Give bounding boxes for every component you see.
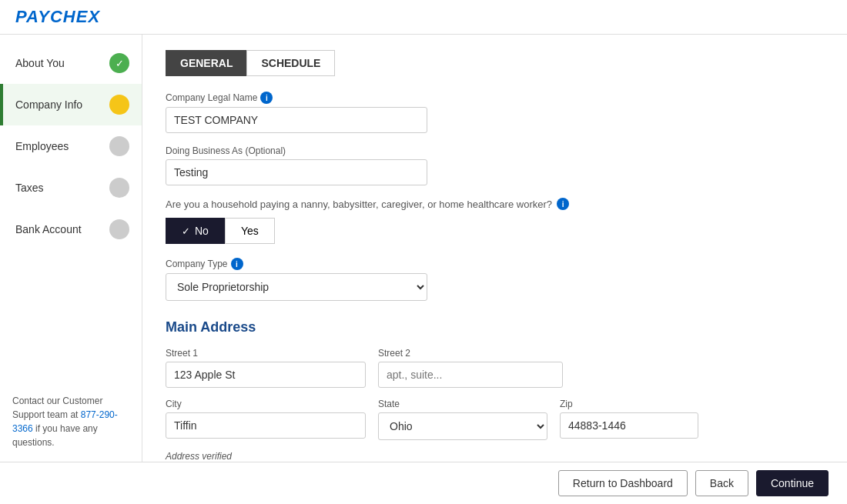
taxes-status-icon	[109, 178, 129, 198]
tabs: GENERAL SCHEDULE	[166, 50, 824, 76]
no-check-icon	[182, 225, 190, 237]
dba-input[interactable]	[166, 159, 427, 185]
state-select[interactable]: AlabamaAlaskaArizonaArkansasCaliforniaCo…	[378, 412, 547, 440]
continue-button[interactable]: Continue	[756, 470, 829, 496]
about-you-status-icon: ✓	[109, 53, 129, 73]
street2-label: Street 2	[378, 348, 563, 359]
address-verified-text: Address verified	[166, 451, 824, 462]
street2-group: Street 2	[378, 348, 563, 388]
address-city-state-zip-row: City State AlabamaAlaskaArizonaArkansasC…	[166, 399, 824, 440]
tab-general[interactable]: GENERAL	[166, 50, 246, 76]
company-type-select[interactable]: Sole ProprietorshipPartnershipCorporatio…	[166, 273, 427, 301]
paychex-logo: PAYCHEX	[15, 7, 100, 27]
yes-button[interactable]: Yes	[225, 218, 275, 244]
sidebar-support: Contact our Customer Support team at 877…	[0, 382, 142, 462]
street1-label: Street 1	[166, 348, 366, 359]
city-input[interactable]	[166, 412, 366, 439]
employees-status-icon	[109, 136, 129, 156]
dba-group: Doing Business As (Optional)	[166, 145, 427, 185]
company-legal-name-label: Company Legal Name i	[166, 92, 427, 104]
company-type-label: Company Type i	[166, 258, 427, 270]
street1-input[interactable]	[166, 362, 366, 388]
sidebar-item-taxes[interactable]: Taxes	[0, 167, 142, 209]
bank-account-status-icon	[109, 219, 129, 239]
sidebar-item-label-employees: Employees	[15, 140, 109, 152]
household-info-icon[interactable]: i	[557, 198, 569, 210]
sidebar-item-employees[interactable]: Employees	[0, 125, 142, 167]
city-label: City	[166, 399, 366, 409]
state-label: State	[378, 399, 547, 409]
main-content: GENERAL SCHEDULE Company Legal Name i Do…	[142, 35, 847, 462]
zip-label: Zip	[560, 399, 698, 409]
street1-group: Street 1	[166, 348, 366, 388]
household-question: Are you a household paying a nanny, baby…	[166, 198, 824, 210]
address-street-row: Street 1 Street 2	[166, 348, 824, 388]
sidebar-item-label-taxes: Taxes	[15, 182, 109, 194]
sidebar-item-company-info[interactable]: Company Info	[0, 84, 142, 125]
company-info-status-icon	[109, 95, 129, 115]
company-type-group: Company Type i Sole ProprietorshipPartne…	[166, 258, 427, 301]
zip-input[interactable]	[560, 412, 698, 439]
dba-label: Doing Business As (Optional)	[166, 145, 427, 156]
sidebar-item-about-you[interactable]: About You ✓	[0, 42, 142, 84]
company-type-info-icon[interactable]: i	[231, 258, 243, 270]
company-legal-name-info-icon[interactable]: i	[260, 92, 273, 104]
sidebar-item-label-bank-account: Bank Account	[15, 223, 109, 235]
tab-schedule[interactable]: SCHEDULE	[246, 50, 335, 76]
state-group: State AlabamaAlaskaArizonaArkansasCalifo…	[378, 399, 547, 440]
household-toggle-group: No Yes	[166, 218, 824, 244]
sidebar-nav: About You ✓ Company Info Employees Taxes…	[0, 35, 142, 250]
return-dashboard-button[interactable]: Return to Dashboard	[558, 470, 688, 496]
zip-group: Zip	[560, 399, 698, 440]
sidebar: About You ✓ Company Info Employees Taxes…	[0, 35, 142, 462]
company-legal-name-input[interactable]	[166, 107, 427, 133]
sidebar-item-bank-account[interactable]: Bank Account	[0, 209, 142, 250]
company-legal-name-group: Company Legal Name i	[166, 92, 427, 133]
footer: Return to Dashboard Back Continue	[0, 462, 847, 504]
sidebar-item-label-company-info: Company Info	[15, 98, 109, 111]
back-button[interactable]: Back	[695, 470, 748, 496]
city-group: City	[166, 399, 366, 440]
no-button[interactable]: No	[166, 218, 225, 244]
main-address-title: Main Address	[166, 319, 824, 335]
street2-input[interactable]	[378, 362, 563, 388]
sidebar-item-label-about-you: About You	[15, 57, 109, 69]
